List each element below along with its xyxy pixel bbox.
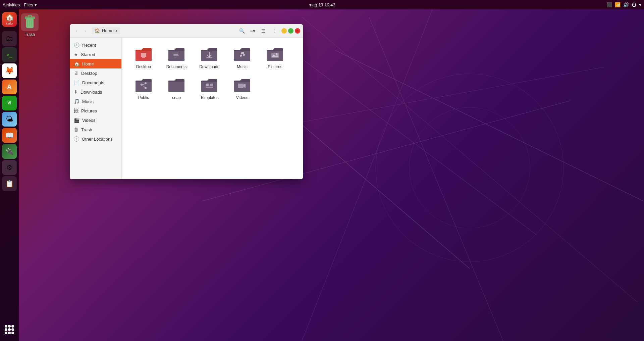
snap-folder-icon — [168, 78, 185, 93]
dock-item-weather[interactable]: 🌤 — [2, 112, 17, 127]
back-button[interactable]: ‹ — [72, 27, 80, 35]
downloads-sidebar-icon: ⬇ — [74, 89, 78, 95]
forward-button[interactable]: › — [81, 27, 89, 35]
folder-documents[interactable]: Documents — [161, 44, 192, 72]
svg-rect-36 — [238, 84, 244, 88]
dock-item-settings[interactable]: ⚙ — [2, 160, 17, 175]
trash-desktop-icon — [21, 13, 39, 31]
home-sidebar-icon: 🏠 — [74, 61, 79, 66]
power-icon[interactable]: ⏻ — [632, 2, 636, 7]
sidebar-music-label: Music — [82, 99, 94, 104]
home-icon: 🏠 — [5, 14, 14, 21]
search-button[interactable]: 🔍 — [237, 26, 247, 36]
folder-desktop[interactable]: Desktop — [128, 44, 159, 72]
sidebar-item-home[interactable]: 🏠 Home — [70, 59, 121, 68]
desktop-trash[interactable]: Trash — [21, 13, 39, 37]
maximize-button[interactable]: □ — [288, 28, 293, 34]
templates-folder-icon — [201, 78, 218, 93]
sidebar-recent-label: Recent — [82, 43, 96, 48]
svg-point-8 — [376, 74, 564, 262]
minimize-button[interactable]: ─ — [281, 28, 287, 34]
svg-rect-16 — [142, 57, 145, 58]
svg-point-23 — [243, 54, 245, 56]
system-menu-icon[interactable]: ▾ — [639, 2, 641, 7]
sidebar-documents-label: Documents — [82, 80, 104, 85]
folder-pictures[interactable]: Pictures — [260, 44, 290, 72]
weather-icon: 🌤 — [6, 115, 13, 124]
sidebar-home-label: Home — [82, 61, 94, 66]
show-applications-button[interactable] — [2, 322, 17, 337]
sidebar-item-pictures[interactable]: 🖼 Pictures — [70, 106, 121, 115]
dock-item-document[interactable]: 📋 — [2, 176, 17, 191]
file-manager-window: ‹ › 🏠 Home ▾ 🔍 ≡▾ ☰ ⋮ ─ □ ✕ 🕐 Recent — [70, 24, 303, 179]
volume-icon[interactable]: 🔊 — [623, 2, 629, 7]
sidebar-item-music[interactable]: 🎵 Music — [70, 97, 121, 106]
settings-icon: ⚙ — [6, 163, 12, 172]
svg-point-29 — [145, 82, 147, 84]
dock-divider — [4, 29, 15, 29]
reader-icon: 📖 — [5, 131, 14, 139]
datetime: mag 19 19:43 — [309, 2, 335, 7]
dock: 🏠 carlo 🗂 >_ 🦊 A Vi 🌤 📖 🔌 ⚙ 📋 — [0, 9, 19, 341]
fm-body: 🕐 Recent ★ Starred 🏠 Home 🖥 Desktop 📄 Do… — [70, 38, 303, 179]
svg-rect-18 — [173, 54, 178, 55]
folder-videos[interactable]: Videos — [227, 75, 257, 103]
topbar: Activities Files ▾ mag 19 19:43 ⬛ 📶 🔊 ⏻ … — [0, 0, 644, 9]
folder-templates[interactable]: Templates — [194, 75, 224, 103]
dock-item-vim[interactable]: Vi — [2, 96, 17, 110]
list-view-button[interactable]: ☰ — [259, 26, 268, 36]
svg-rect-19 — [173, 55, 179, 56]
svg-line-2 — [302, 17, 637, 302]
topbar-center: mag 19 19:43 — [309, 2, 335, 7]
svg-point-28 — [141, 84, 143, 86]
music-folder-icon — [233, 47, 251, 62]
dock-item-files[interactable]: 🗂 — [2, 31, 17, 46]
location-label: Home — [102, 28, 114, 33]
folder-downloads[interactable]: Downloads — [194, 44, 224, 72]
sidebar-item-other-locations[interactable]: + Other Locations — [70, 134, 121, 144]
folder-public[interactable]: Public — [128, 75, 159, 103]
files-menu-label: Files — [24, 2, 33, 7]
vim-icon: Vi — [7, 101, 11, 105]
terminal-icon: >_ — [7, 52, 12, 57]
dock-item-firefox[interactable]: 🦊 — [2, 63, 17, 78]
sidebar-item-recent[interactable]: 🕐 Recent — [70, 40, 121, 50]
files-icon: 🗂 — [6, 34, 13, 43]
activities-button[interactable]: Activities — [3, 2, 20, 7]
sidebar-item-starred[interactable]: ★ Starred — [70, 50, 121, 59]
close-button[interactable]: ✕ — [295, 28, 300, 34]
desktop-sidebar-icon: 🖥 — [74, 70, 78, 76]
svg-rect-17 — [173, 53, 179, 53]
folder-music[interactable]: Music — [227, 44, 257, 72]
sidebar-downloads-label: Downloads — [80, 90, 102, 95]
location-bar[interactable]: 🏠 Home ▾ — [92, 27, 120, 34]
dock-item-terminal[interactable]: >_ — [2, 47, 17, 62]
videos-folder-icon — [233, 78, 251, 93]
sidebar-item-desktop[interactable]: 🖥 Desktop — [70, 68, 121, 78]
chip-icon: 🔌 — [5, 147, 14, 155]
folder-snap[interactable]: snap — [161, 75, 192, 103]
dock-item-carlo[interactable]: 🏠 carlo — [2, 12, 17, 27]
desktop-folder-label: Desktop — [136, 64, 151, 70]
titlebar-controls: ─ □ ✕ — [281, 28, 300, 34]
screenshot-icon[interactable]: ⬛ — [606, 2, 612, 7]
menu-button[interactable]: ⋮ — [269, 26, 279, 36]
dock-item-chip[interactable]: 🔌 — [2, 144, 17, 159]
documents-sidebar-icon: 📄 — [74, 80, 79, 85]
dock-item-appstore[interactable]: A — [2, 80, 17, 94]
pictures-sidebar-icon: 🖼 — [74, 108, 78, 113]
trash-label: Trash — [25, 32, 35, 37]
files-menu-dropdown-icon: ▾ — [35, 2, 37, 7]
view-toggle-button[interactable]: ≡▾ — [248, 26, 257, 36]
files-menu[interactable]: Files ▾ — [24, 2, 37, 7]
sidebar-item-videos[interactable]: 🎬 Videos — [70, 115, 121, 125]
network-icon[interactable]: 📶 — [615, 2, 621, 7]
dock-item-reader[interactable]: 📖 — [2, 128, 17, 143]
sidebar-item-trash[interactable]: 🗑 Trash — [70, 125, 121, 134]
titlebar-actions: 🔍 ≡▾ ☰ ⋮ — [237, 26, 279, 36]
desktop-folder-icon — [135, 47, 152, 62]
sidebar-item-documents[interactable]: 📄 Documents — [70, 78, 121, 87]
public-folder-icon — [135, 78, 152, 93]
sidebar-item-downloads[interactable]: ⬇ Downloads — [70, 87, 121, 97]
downloads-folder-label: Downloads — [199, 64, 219, 70]
